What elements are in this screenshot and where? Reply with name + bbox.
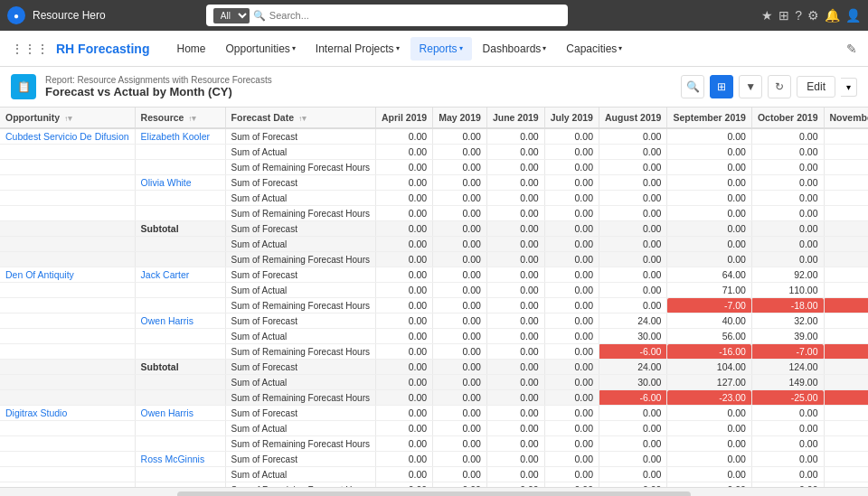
table-cell: 124.00: [751, 360, 824, 375]
nav-bar: ⋮⋮⋮ RH Forecasting Home Opportunities▾ I…: [0, 31, 868, 67]
grid-icon[interactable]: ⋮⋮⋮: [11, 42, 49, 56]
table-cell: -7.00: [824, 344, 868, 360]
table-cell: 0.00: [599, 298, 666, 314]
table-cell: 0.00: [751, 221, 824, 237]
browser-icons: ★ ⊞ ? ⚙ 🔔 👤: [761, 8, 861, 23]
grid-view-button[interactable]: ⊞: [710, 75, 733, 98]
resource-cell: [135, 237, 225, 252]
row-label-cell: Sum of Actual: [225, 237, 375, 252]
table-cell: 0.00: [375, 221, 432, 237]
table-cell: 39.00: [824, 329, 868, 344]
opportunity-cell: [0, 160, 135, 175]
filter-button[interactable]: ▼: [739, 75, 762, 98]
table-cell: 0.00: [751, 252, 824, 267]
resource-cell: Subtotal: [135, 221, 225, 237]
table-row: Sum of Remaining Forecast Hours0.000.000…: [0, 252, 868, 267]
row-label-cell: Sum of Actual: [225, 329, 375, 344]
resource-link[interactable]: Olivia White: [141, 177, 192, 188]
row-label-cell: Sum of Remaining Forecast Hours: [225, 390, 375, 406]
nav-capacities[interactable]: Capacities▾: [557, 37, 631, 61]
resource-link[interactable]: Ross McGinnis: [141, 454, 205, 464]
apps-icon[interactable]: ⊞: [778, 8, 789, 23]
opportunity-link[interactable]: Cubdest Servicio De Difusion: [5, 131, 129, 142]
subtotal-label: Subtotal: [141, 223, 179, 234]
nav-brand[interactable]: RH Forecasting: [56, 42, 149, 56]
user-avatar[interactable]: 👤: [845, 8, 861, 23]
edit-button[interactable]: Edit: [797, 76, 835, 98]
opportunity-link[interactable]: Digitrax Studio: [5, 407, 67, 418]
resource-cell: Elizabeth Kooler: [135, 128, 225, 145]
table-row: Sum of Actual0.000.000.000.000.000.000.0…: [0, 145, 868, 160]
table-cell: 0.00: [544, 436, 599, 452]
resource-link[interactable]: Elizabeth Kooler: [141, 131, 210, 142]
table-cell: 0.00: [486, 191, 544, 206]
refresh-button[interactable]: ↻: [768, 75, 791, 98]
th-april-2019: April 2019: [375, 108, 432, 128]
nav-reports[interactable]: Reports▾: [410, 37, 472, 61]
nav-dashboards[interactable]: Dashboards▾: [474, 37, 556, 61]
table-cell: 0.00: [667, 237, 752, 252]
bookmark-icon[interactable]: ★: [761, 8, 773, 23]
table-cell: 0.00: [433, 191, 487, 206]
search-filter[interactable]: All: [213, 8, 250, 23]
search-input[interactable]: [269, 10, 561, 21]
th-forecast-date[interactable]: Forecast Date ↑▾: [225, 108, 375, 128]
forecast-filter-icon[interactable]: ▾: [302, 114, 307, 123]
table-cell: 30.00: [599, 329, 666, 344]
table-cell: 0.00: [486, 298, 544, 314]
nav-edit-icon[interactable]: ✎: [846, 42, 857, 56]
nav-home[interactable]: Home: [167, 37, 214, 61]
table-cell: 71.00: [667, 283, 752, 298]
table-cell: 0.00: [544, 252, 599, 267]
opportunity-cell: Digitrax Studio: [0, 406, 135, 421]
table-cell: 0.00: [751, 467, 824, 482]
opportunity-cell: [0, 314, 135, 329]
row-label-cell: Sum of Actual: [225, 421, 375, 436]
edit-dropdown-caret[interactable]: ▾: [841, 78, 857, 97]
th-june-2019: June 2019: [486, 108, 544, 128]
table-cell: 0.00: [599, 452, 666, 467]
table-cell: 0.00: [824, 252, 868, 267]
nav-opportunities[interactable]: Opportunities▾: [216, 37, 304, 61]
opportunity-filter-icon[interactable]: ▾: [68, 114, 72, 123]
table-cell: 0.00: [486, 452, 544, 467]
opportunity-link[interactable]: Den Of Antiquity: [5, 269, 74, 280]
resource-cell: Owen Harris: [135, 406, 225, 421]
table-cell: 0.00: [433, 175, 487, 191]
table-row: Sum of Remaining Forecast Hours0.000.000…: [0, 160, 868, 175]
row-label-cell: Sum of Forecast: [225, 406, 375, 421]
table-cell: 0.00: [824, 128, 868, 145]
resource-link[interactable]: Jack Carter: [141, 269, 190, 280]
resource-cell: [135, 344, 225, 360]
table-cell: 0.00: [486, 206, 544, 221]
report-header-right: 🔍 ⊞ ▼ ↻ Edit ▾: [681, 75, 857, 98]
table-cell: 0.00: [751, 237, 824, 252]
help-icon[interactable]: ?: [795, 8, 802, 23]
table-cell: 0.00: [433, 160, 487, 175]
table-row: Digitrax StudioOwen HarrisSum of Forecas…: [0, 406, 868, 421]
table-cell: 0.00: [433, 206, 487, 221]
row-label-cell: Sum of Remaining Forecast Hours: [225, 482, 375, 488]
notifications-icon[interactable]: 🔔: [825, 8, 840, 23]
table-row: Owen HarrisSum of Forecast0.000.000.000.…: [0, 314, 868, 329]
search-report-button[interactable]: 🔍: [681, 75, 704, 98]
resource-link[interactable]: Owen Harris: [141, 315, 193, 326]
table-cell: -1.00: [824, 298, 868, 314]
report-sub-title: Report: Resource Assignments with Resour…: [45, 75, 272, 85]
resource-cell: [135, 283, 225, 298]
table-cell: 0.00: [544, 390, 599, 406]
resource-filter-icon[interactable]: ▾: [192, 114, 196, 123]
table-cell: 0.00: [667, 452, 752, 467]
table-cell: -18.00: [751, 298, 824, 314]
table-cell: 0.00: [544, 406, 599, 421]
table-cell: 0.00: [375, 237, 432, 252]
subtotal-label: Subtotal: [141, 361, 179, 372]
table-cell: 0.00: [824, 436, 868, 452]
settings-icon[interactable]: ⚙: [807, 8, 819, 23]
opportunity-cell: [0, 221, 135, 237]
th-opportunity[interactable]: Opportunity ↑▾: [0, 108, 135, 128]
table-cell: 0.00: [375, 314, 432, 329]
resource-link[interactable]: Owen Harris: [141, 407, 193, 418]
th-resource[interactable]: Resource ↑▾: [135, 108, 225, 128]
nav-internal-projects[interactable]: Internal Projects▾: [307, 37, 409, 61]
